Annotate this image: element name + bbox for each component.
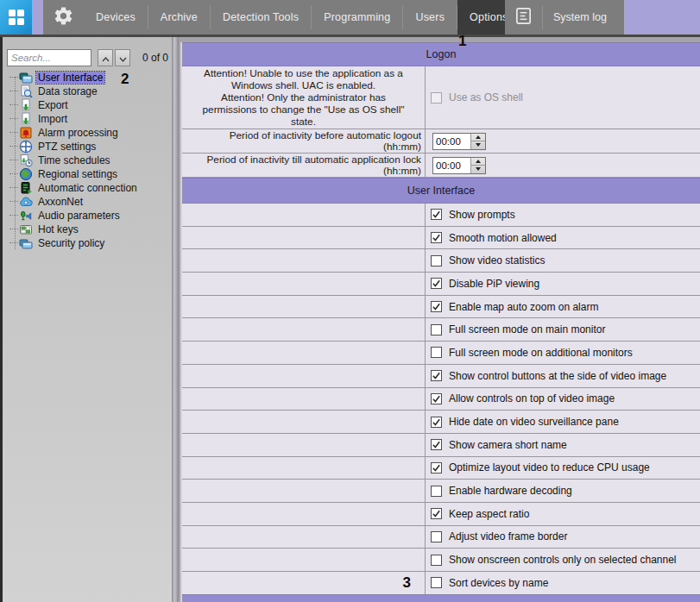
- option-label: Full screen mode on main monitor: [449, 323, 605, 335]
- full-screen-mode-on-main-monitor-checkbox[interactable]: [431, 324, 442, 335]
- tab-programming[interactable]: Programming: [312, 0, 402, 34]
- spinner-value[interactable]: 00:00: [433, 158, 470, 173]
- callout-3: 3: [390, 575, 411, 590]
- system-log-button[interactable]: [505, 0, 542, 34]
- sort-devices-by-name-checkbox[interactable]: [431, 577, 442, 588]
- spinner-up-button[interactable]: [471, 134, 485, 142]
- sidebar-item-audio-parameters[interactable]: Audio parameters: [3, 209, 172, 223]
- optimize-layout-video-to-reduce-cpu-usage-checkbox[interactable]: [431, 462, 442, 473]
- next-section-header: [182, 594, 700, 602]
- tab-detection-tools[interactable]: Detection Tools: [211, 0, 311, 34]
- tab-archive[interactable]: Archive: [148, 0, 210, 34]
- sidebar-splitter[interactable]: [172, 37, 179, 602]
- system-log-label[interactable]: System log: [543, 0, 617, 34]
- sidebar-item-user-interface[interactable]: User Interface: [3, 71, 172, 85]
- option-control-cell: Optimize layout video to reduce CPU usag…: [426, 457, 700, 480]
- sidebar-item-label: Data storage: [36, 85, 99, 97]
- spinner-value[interactable]: 00:00: [433, 134, 470, 149]
- tree-connector: [9, 242, 18, 244]
- spinner-buttons: [470, 158, 485, 173]
- search-next-button[interactable]: [115, 49, 130, 66]
- option-label: Show video statistics: [449, 254, 545, 267]
- tree-connector: [9, 132, 18, 134]
- sidebar-item-label: Time schedules: [36, 154, 112, 166]
- option-label: Enable map auto zoom on alarm: [449, 301, 598, 313]
- automatic-connection-icon: [19, 181, 33, 195]
- option-control-cell: Show prompts: [426, 204, 700, 226]
- option-label: Smooth motion allowed: [449, 232, 557, 244]
- chevron-up-icon: [102, 50, 110, 66]
- search-input[interactable]: [7, 49, 91, 66]
- os-shell-cell: Use as OS shell: [426, 66, 700, 129]
- spinner-up-button[interactable]: [471, 158, 485, 166]
- option-empty-cell: [182, 342, 426, 364]
- full-screen-mode-on-additional-monitors-checkbox[interactable]: [431, 347, 442, 358]
- option-control-cell: Smooth motion allowed: [426, 227, 700, 249]
- option-empty-cell: [182, 572, 426, 594]
- show-prompts-checkbox[interactable]: [431, 209, 442, 220]
- option-label: Adjust video frame border: [449, 530, 567, 542]
- sidebar-item-import[interactable]: Import: [3, 112, 172, 126]
- settings-gear-button[interactable]: [43, 0, 84, 34]
- search-result-count: 0 of 0: [142, 52, 168, 64]
- search-prev-button[interactable]: [98, 49, 113, 66]
- enable-map-auto-zoom-on-alarm-checkbox[interactable]: [431, 301, 442, 312]
- sidebar-item-time-schedules[interactable]: Time schedules: [3, 154, 172, 167]
- spinner-down-button[interactable]: [471, 141, 485, 149]
- keep-aspect-ratio-checkbox[interactable]: [431, 508, 442, 519]
- show-control-buttons-at-the-side-of-video-image-checkbox[interactable]: [431, 370, 442, 381]
- sidebar-item-data-storage[interactable]: Data storage: [3, 85, 172, 98]
- sidebar-item-label: Audio parameters: [36, 210, 122, 222]
- axxonnet-icon: [19, 195, 33, 209]
- enable-hardware-decoding-checkbox[interactable]: [431, 486, 442, 497]
- show-video-statistics-checkbox[interactable]: [431, 255, 442, 267]
- show-camera-short-name-checkbox[interactable]: [431, 439, 442, 450]
- toolbar-separator: [542, 5, 543, 29]
- use-as-os-shell-checkbox[interactable]: [431, 92, 442, 103]
- hide-date-on-video-surveillance-pane-checkbox[interactable]: [431, 417, 442, 428]
- main-tab-bar: DevicesArchiveDetection ToolsProgramming…: [43, 0, 494, 34]
- period-of-inactivity-before-automatic-logout-spinner[interactable]: 00:00: [432, 133, 486, 150]
- regional-settings-icon: [19, 167, 33, 181]
- option-control-cell: Sort devices by name: [426, 572, 700, 594]
- user-interface-options: Show promptsSmooth motion allowedShow vi…: [182, 204, 700, 595]
- sidebar-item-axxonnet[interactable]: AxxonNet: [3, 195, 172, 209]
- uac-row: Attention! Unable to use the application…: [182, 66, 700, 129]
- tree-connector: [9, 229, 18, 230]
- sidebar-item-hot-keys[interactable]: Hot keys: [3, 223, 172, 236]
- sidebar-item-label: Automatic connection: [36, 182, 139, 194]
- option-label: Show onscreen controls only on selected …: [449, 554, 677, 566]
- allow-controls-on-top-of-video-image-checkbox[interactable]: [431, 393, 442, 404]
- callout-2: 2: [121, 72, 129, 86]
- setting-label-cell: Period of inactivity before automatic lo…: [182, 129, 426, 153]
- show-onscreen-controls-only-on-selected-channel-checkbox[interactable]: [431, 555, 442, 566]
- tree-connector: [9, 77, 18, 78]
- tree-connector: [9, 215, 18, 216]
- sidebar-item-automatic-connection[interactable]: Automatic connection: [3, 181, 172, 195]
- period-of-inactivity-till-automatic-application-lock-spinner[interactable]: 00:00: [432, 157, 486, 174]
- tab-users[interactable]: Users: [403, 0, 457, 34]
- sidebar-item-regional-settings[interactable]: Regional settings: [3, 167, 172, 181]
- tree-connector: [9, 187, 18, 189]
- option-label: Show control buttons at the side of vide…: [449, 370, 666, 382]
- tab-devices[interactable]: Devices: [84, 0, 148, 34]
- app-logo[interactable]: [0, 0, 32, 34]
- tree-connector: [9, 173, 18, 175]
- smooth-motion-allowed-checkbox[interactable]: [431, 232, 442, 243]
- option-empty-cell: [182, 411, 426, 433]
- sidebar-item-export[interactable]: Export: [3, 98, 172, 112]
- adjust-video-frame-border-checkbox[interactable]: [431, 531, 442, 542]
- sidebar-item-label: Regional settings: [36, 168, 119, 180]
- disable-pip-viewing-checkbox[interactable]: [431, 278, 442, 289]
- spinner-down-button[interactable]: [471, 166, 485, 173]
- sidebar-item-alarm-processing[interactable]: Alarm processing: [3, 126, 172, 140]
- option-label: Show prompts: [449, 209, 515, 221]
- toolbar-separator: [148, 5, 148, 29]
- sidebar-item-security-policy[interactable]: Security policy: [3, 236, 172, 250]
- setting-value-cell: 00:00: [426, 154, 700, 177]
- security-policy-icon: [19, 236, 33, 250]
- option-row-adjust-video-frame-border: Adjust video frame border: [182, 526, 700, 549]
- sidebar-item-ptz-settings[interactable]: PTZ settings: [3, 140, 172, 154]
- option-row-hide-date-on-video-surveillance-pane: Hide date on video surveillance pane: [182, 411, 700, 434]
- tree-connector: [9, 160, 18, 161]
